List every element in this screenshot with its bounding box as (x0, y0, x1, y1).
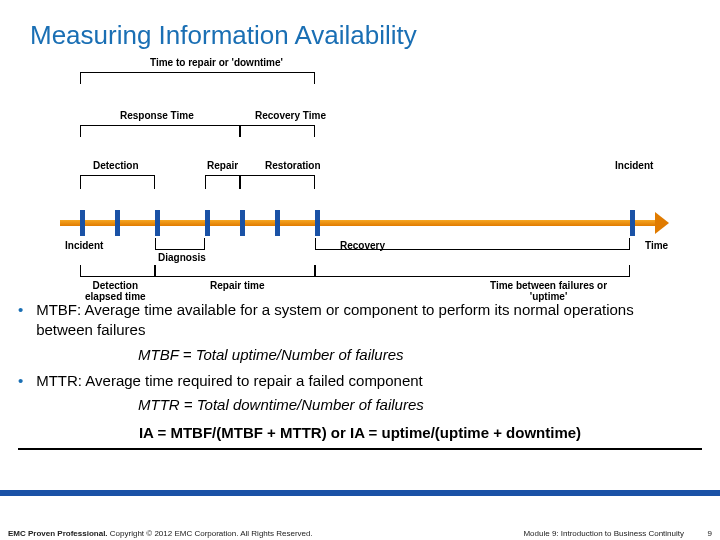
arrowhead-icon (655, 212, 669, 234)
bracket-recovery-time (240, 125, 315, 137)
formula-mttr: MTTR = Total downtime/Number of failures (138, 395, 702, 415)
bullet-mtbf: • MTBF: Average time available for a sys… (18, 300, 702, 341)
bracket-diagnosis (155, 238, 205, 250)
tick (115, 210, 120, 236)
timeline-diagram: Time to repair or 'downtime' Response Ti… (60, 60, 660, 290)
label-detection: Detection (93, 160, 139, 171)
bracket-restoration (240, 175, 315, 189)
bullet-text: MTBF: Average time available for a syste… (36, 300, 676, 341)
label-tbf: Time between failures or 'uptime' (490, 280, 607, 302)
bullet-list: • MTBF: Average time available for a sys… (18, 300, 702, 450)
tick (155, 210, 160, 236)
label-incident-right: Incident (615, 160, 653, 171)
label-incident-left: Incident (65, 240, 103, 251)
footer-left: EMC Proven Professional. Copyright © 201… (8, 529, 313, 538)
formula-ia: IA = MTBF/(MTBF + MTTR) or IA = uptime/(… (18, 423, 702, 443)
bullet-mttr: • MTTR: Average time required to repair … (18, 371, 702, 391)
accent-bar (0, 490, 720, 496)
tick (630, 210, 635, 236)
tick (240, 210, 245, 236)
formula-mtbf: MTBF = Total uptime/Number of failures (138, 345, 702, 365)
slide-title: Measuring Information Availability (30, 20, 417, 51)
bracket-detection (80, 175, 155, 189)
footer-proven: EMC Proven Professional. (8, 529, 108, 538)
label-response-time: Response Time (120, 110, 194, 121)
label-time-axis: Time (645, 240, 668, 251)
bracket-repair (205, 175, 240, 189)
bracket-repair-time (155, 265, 315, 277)
footer: EMC Proven Professional. Copyright © 201… (8, 529, 712, 538)
divider (18, 448, 702, 450)
label-downtime: Time to repair or 'downtime' (150, 57, 283, 68)
tick (315, 210, 320, 236)
label-diagnosis: Diagnosis (158, 252, 206, 263)
bracket-detection-elapsed (80, 265, 155, 277)
bracket-tbf (315, 265, 630, 277)
bracket-response-time (80, 125, 240, 137)
page-number: 9 (694, 529, 712, 538)
bracket-downtime (80, 72, 315, 84)
label-recovery-time: Recovery Time (255, 110, 326, 121)
label-restoration: Restoration (265, 160, 321, 171)
bullet-dot-icon: • (18, 371, 32, 391)
bullet-dot-icon: • (18, 300, 32, 320)
footer-copyright: Copyright © 2012 EMC Corporation. All Ri… (108, 529, 313, 538)
tick (205, 210, 210, 236)
footer-module: Module 9: Introduction to Business Conti… (313, 529, 694, 538)
slide: Measuring Information Availability Time … (0, 0, 720, 540)
tick (275, 210, 280, 236)
label-detection-elapsed: Detection elapsed time (85, 280, 146, 302)
label-recovery: Recovery (340, 240, 385, 251)
label-repair: Repair (207, 160, 238, 171)
label-repair-time: Repair time (210, 280, 264, 291)
tick (80, 210, 85, 236)
bullet-text: MTTR: Average time required to repair a … (36, 371, 676, 391)
timeline-axis (60, 220, 655, 226)
